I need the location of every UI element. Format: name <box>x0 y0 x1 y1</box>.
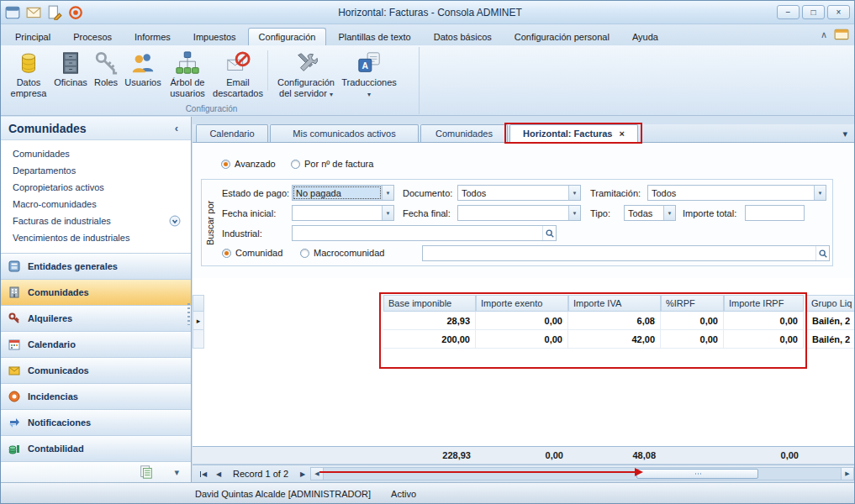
nav-link-facturas-industriales[interactable]: Facturas de industriales <box>1 213 191 229</box>
ribbon-tab-impuestos[interactable]: Impuestos <box>182 28 247 45</box>
nav-link-vencimientos[interactable]: Vencimientos de industriales <box>1 229 191 246</box>
importe-total-input[interactable] <box>745 205 805 221</box>
tab-horizontal-facturas[interactable]: Horizontal: Facturas × <box>509 124 638 142</box>
industrial-input[interactable] <box>292 225 557 241</box>
comunidad-radio[interactable]: Comunidad <box>222 248 282 258</box>
translate-icon: A <box>356 50 382 76</box>
sidebar-item-comunicados[interactable]: Comunicados <box>1 357 191 383</box>
ribbon-tab-procesos[interactable]: Procesos <box>62 28 123 45</box>
nav-link-comunidades[interactable]: Comunidades <box>1 145 191 162</box>
grid-cell[interactable]: 42,00 <box>568 330 661 349</box>
grid-cell[interactable]: 6,08 <box>568 312 661 330</box>
ribbon-tab-config-personal[interactable]: Configuración personal <box>504 28 620 45</box>
configuracion-servidor-button[interactable]: Configuración del servidor ▾ <box>271 49 341 100</box>
restore-button[interactable]: □ <box>802 5 825 19</box>
dropdown-arrow-icon[interactable]: ▼ <box>382 206 393 220</box>
grid-cell[interactable]: Bailén, 2 <box>806 312 855 330</box>
tipo-select[interactable]: Todas ▼ <box>624 205 676 221</box>
traducciones-button[interactable]: A Traducciones ▾ <box>341 49 397 100</box>
email-descartados-button[interactable]: Email descartados <box>211 49 265 100</box>
roles-button[interactable]: Roles <box>90 49 122 90</box>
collapse-pane-icon[interactable]: ‹ <box>170 122 183 134</box>
entity-input[interactable] <box>422 245 830 261</box>
column-header[interactable]: Importe exento <box>476 295 568 312</box>
macrocomunidad-radio[interactable]: Macrocomunidad <box>300 248 384 258</box>
collapse-ribbon-icon[interactable]: ∧ <box>821 29 827 40</box>
estado-pago-select[interactable]: No pagada ▼ <box>292 185 394 201</box>
sidebar-item-notificaciones[interactable]: Notificaciones <box>1 409 191 435</box>
scroll-right-icon[interactable]: ▶ <box>841 468 853 480</box>
ribbon-tab-plantillas[interactable]: Plantillas de texto <box>327 28 421 45</box>
grid-cell[interactable]: 200,00 <box>383 330 476 349</box>
pages-icon[interactable] <box>139 465 154 479</box>
horizontal-scrollbar[interactable]: ◀ ▶ <box>310 467 854 480</box>
grid-cell[interactable]: 0,00 <box>724 330 804 349</box>
tab-mis-comunicados[interactable]: Mis comunicados activos <box>270 124 419 142</box>
first-record-button[interactable]: ◀ <box>196 468 211 480</box>
column-header[interactable]: Importe IVA <box>568 295 661 312</box>
oficinas-button[interactable]: Oficinas <box>51 49 90 90</box>
tab-comunidades[interactable]: Comunidades <box>420 124 508 142</box>
close-tab-icon[interactable]: × <box>619 129 624 139</box>
grid-cell[interactable]: 0,00 <box>661 312 724 330</box>
avanzado-radio[interactable]: Avanzado <box>221 159 276 169</box>
grid-cell[interactable]: 0,00 <box>476 330 568 349</box>
tipo-label: Tipo: <box>590 207 610 219</box>
column-header[interactable]: Grupo Liq <box>806 295 855 312</box>
grid-cell[interactable]: 0,00 <box>476 312 568 330</box>
grid-cell[interactable]: Bailén, 2 <box>806 330 855 349</box>
sidebar-item-alquileres[interactable]: Alquileres <box>1 305 191 331</box>
por-num-factura-radio[interactable]: Por nº de factura <box>291 159 373 169</box>
column-header[interactable]: Importe IRPF <box>724 295 804 312</box>
dropdown-arrow-icon[interactable]: ▼ <box>663 206 675 220</box>
ribbon-tab-configuracion[interactable]: Configuración <box>248 28 327 45</box>
edit-note-icon[interactable] <box>47 6 62 19</box>
sidebar-item-calendario[interactable]: Calendario <box>1 331 191 357</box>
column-header[interactable]: %IRPF <box>661 295 724 312</box>
sidebar-item-incidencias[interactable]: Incidencias <box>1 383 191 409</box>
row-indicator <box>193 330 204 349</box>
minimize-button[interactable]: − <box>777 5 800 19</box>
arbol-usuarios-button[interactable]: Árbol de usuarios <box>164 49 211 100</box>
fecha-final-select[interactable]: ▼ <box>457 205 581 221</box>
search-icon[interactable] <box>542 226 556 240</box>
nav-options-icon[interactable]: ▾ <box>174 467 179 478</box>
ribbon-tab-principal[interactable]: Principal <box>4 28 61 45</box>
next-record-button[interactable]: ▶ <box>295 468 310 480</box>
dropdown-arrow-icon[interactable]: ▼ <box>568 206 580 220</box>
close-button[interactable]: × <box>827 5 850 19</box>
tab-list-icon[interactable]: ▾ <box>842 129 847 139</box>
documento-select[interactable]: Todos ▼ <box>457 185 581 201</box>
scroll-left-icon[interactable]: ◀ <box>311 468 324 480</box>
prev-record-button[interactable]: ◀ <box>211 468 226 480</box>
dropdown-arrow-icon[interactable]: ▼ <box>382 186 393 200</box>
expand-circle-icon[interactable] <box>169 215 181 227</box>
dropdown-arrow-icon[interactable]: ▼ <box>814 186 826 200</box>
grid-cell[interactable]: 28,93 <box>383 312 476 330</box>
grid-cell[interactable]: 0,00 <box>724 312 804 330</box>
ribbon-tab-informes[interactable]: Informes <box>124 28 182 45</box>
sidebar-item-entidades-generales[interactable]: Entidades generales <box>1 253 191 279</box>
scrollbar-thumb[interactable] <box>636 469 758 479</box>
dropdown-arrow-icon[interactable]: ▼ <box>568 186 580 200</box>
ribbon-tab-datos-basicos[interactable]: Datos básicos <box>423 28 503 45</box>
usuarios-button[interactable]: Usuarios <box>122 49 164 90</box>
search-icon[interactable] <box>815 246 829 260</box>
nav-link-macrocomunidades[interactable]: Macro-comunidades <box>1 196 191 213</box>
tab-calendario[interactable]: Calendario <box>196 124 268 142</box>
nav-link-departamentos[interactable]: Departamentos <box>1 162 191 179</box>
mail-icon[interactable] <box>26 6 41 19</box>
nav-link-copropietarios[interactable]: Copropietarios activos <box>1 179 191 196</box>
sidebar-item-comunidades[interactable]: Comunidades <box>1 279 191 305</box>
sidebar-item-contabilidad[interactable]: Contabilidad <box>1 435 191 461</box>
app-icon[interactable] <box>5 6 20 19</box>
column-header[interactable]: Base imponible <box>383 295 476 312</box>
fecha-inicial-select[interactable]: ▼ <box>292 205 394 221</box>
ribbon-tab-ayuda[interactable]: Ayuda <box>621 28 669 45</box>
svg-text:A: A <box>362 61 369 71</box>
window-icon[interactable] <box>834 28 849 41</box>
datos-empresa-button[interactable]: Datos empresa <box>6 49 51 100</box>
tramitacion-select[interactable]: Todos ▼ <box>647 185 826 201</box>
grid-cell[interactable]: 0,00 <box>661 330 724 349</box>
splitter-grip[interactable] <box>187 303 190 325</box>
